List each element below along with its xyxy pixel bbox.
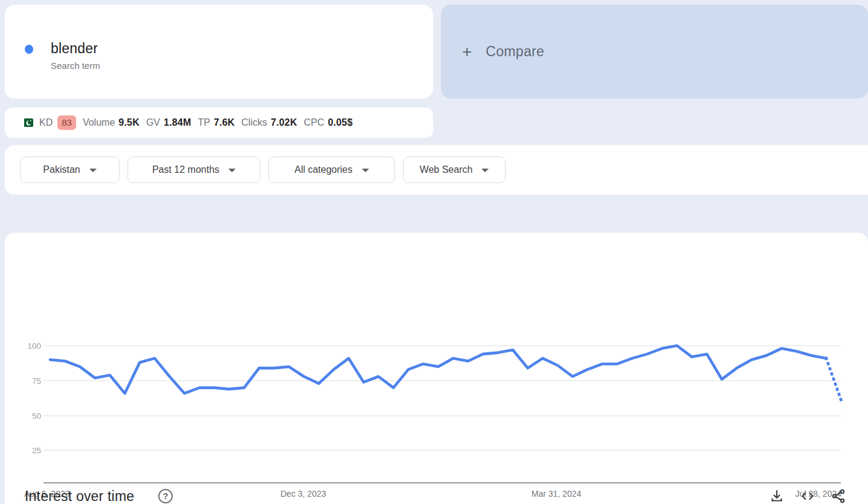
embed-button[interactable] bbox=[800, 488, 815, 504]
search-term-title: blender bbox=[51, 40, 98, 57]
search-term-subtitle: Search term bbox=[51, 60, 100, 71]
search-term-card[interactable]: blender Search term bbox=[5, 5, 433, 99]
tp-stat: TP7.6K bbox=[198, 117, 235, 128]
gv-stat: GV1.84M bbox=[146, 117, 191, 128]
trend-chart: 100 75 50 25 Aug 6, 2023 Dec 3, 2023 Mar… bbox=[5, 233, 868, 504]
chevron-down-icon bbox=[89, 169, 97, 172]
geo-filter-dropdown[interactable]: Pakistan bbox=[20, 157, 120, 183]
compare-label: Compare bbox=[486, 44, 544, 60]
y-axis-tick: 25 bbox=[32, 446, 41, 455]
chevron-down-icon bbox=[481, 169, 489, 172]
stat-value: 7.6K bbox=[214, 117, 235, 128]
stat-value: 9.5K bbox=[118, 117, 140, 128]
embed-icon bbox=[800, 488, 815, 504]
stat-label: TP bbox=[198, 117, 210, 128]
download-button[interactable] bbox=[769, 488, 785, 504]
cpc-stat: CPC0.05$ bbox=[304, 117, 353, 128]
series-color-dot-icon bbox=[25, 45, 33, 54]
trend-line-partial-dotted bbox=[826, 358, 841, 401]
pakistan-flag-icon bbox=[21, 118, 33, 127]
chevron-down-icon bbox=[362, 169, 369, 172]
chart-actions bbox=[769, 488, 846, 504]
time-filter-label: Past 12 months bbox=[152, 164, 219, 175]
x-axis-tick: Dec 3, 2023 bbox=[280, 489, 326, 499]
time-filter-dropdown[interactable]: Past 12 months bbox=[127, 157, 260, 183]
interest-over-time-card: 100 75 50 25 Aug 6, 2023 Dec 3, 2023 Mar… bbox=[5, 233, 868, 504]
stat-value: 0.05$ bbox=[328, 117, 353, 128]
filter-bar: Pakistan Past 12 months All categories W… bbox=[5, 145, 868, 195]
chevron-down-icon bbox=[228, 169, 236, 172]
help-icon[interactable]: ? bbox=[158, 489, 173, 503]
kd-label: KD bbox=[39, 117, 53, 128]
add-comparison-button[interactable]: + Compare bbox=[441, 5, 868, 99]
stat-label: Clicks bbox=[242, 117, 268, 128]
y-axis-tick: 75 bbox=[32, 376, 41, 386]
stat-label: GV bbox=[146, 117, 160, 128]
plus-icon: + bbox=[462, 44, 472, 60]
y-axis-tick: 50 bbox=[32, 412, 41, 421]
share-button[interactable] bbox=[831, 488, 846, 504]
geo-filter-label: Pakistan bbox=[43, 164, 80, 175]
search-type-filter-dropdown[interactable]: Web Search bbox=[403, 157, 506, 183]
stat-label: CPC bbox=[304, 117, 324, 128]
keyword-metrics-bar: KD 83 Volume9.5K GV1.84M TP7.6K Clicks7.… bbox=[5, 108, 433, 138]
stat-value: 1.84M bbox=[164, 117, 191, 128]
volume-stat: Volume9.5K bbox=[83, 117, 140, 128]
stat-value: 7.02K bbox=[271, 117, 297, 128]
search-type-filter-label: Web Search bbox=[420, 164, 473, 175]
share-icon bbox=[831, 488, 846, 504]
download-icon bbox=[769, 488, 785, 504]
clicks-stat: Clicks7.02K bbox=[242, 117, 297, 128]
y-axis-tick: 100 bbox=[27, 341, 41, 351]
category-filter-label: All categories bbox=[294, 164, 352, 175]
kd-score-badge: 83 bbox=[57, 115, 76, 130]
trend-line bbox=[50, 346, 826, 393]
category-filter-dropdown[interactable]: All categories bbox=[268, 157, 395, 183]
x-axis-tick: Mar 31, 2024 bbox=[532, 489, 582, 499]
page-title: Interest over time bbox=[25, 488, 134, 504]
stat-label: Volume bbox=[83, 117, 115, 128]
